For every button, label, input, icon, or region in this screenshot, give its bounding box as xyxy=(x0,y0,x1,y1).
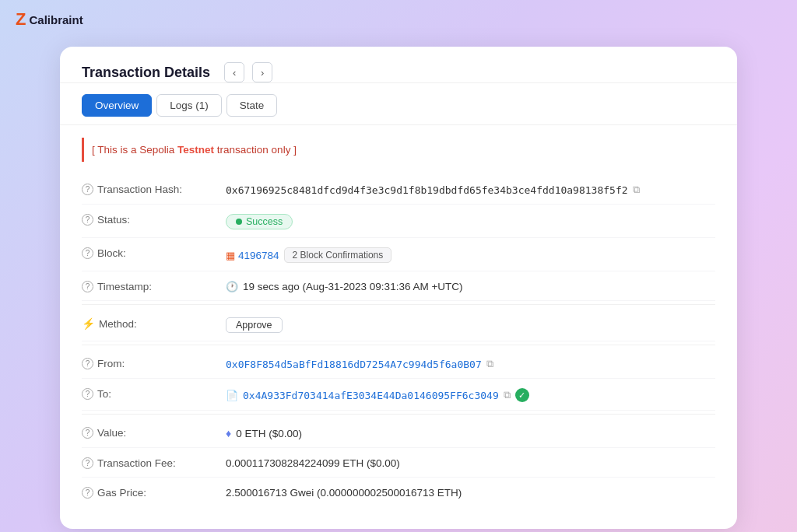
row-value: ? Value: ♦ 0 ETH ($0.00) xyxy=(82,418,715,448)
transaction-details-card: Transaction Details ‹ › Overview Logs (1… xyxy=(60,47,737,529)
row-transaction-fee: ? Transaction Fee: 0.000117308284224099 … xyxy=(82,448,715,478)
help-icon-from[interactable]: ? xyxy=(82,358,93,369)
label-value: ? Value: xyxy=(82,425,226,439)
success-dot-icon xyxy=(236,219,242,225)
row-to: ? To: 📄 0x4A933Fd703414afE3034E44Da01460… xyxy=(82,379,715,411)
value-to: 📄 0x4A933Fd703414afE3034E44Da0146095FF6c… xyxy=(226,387,715,402)
status-badge: Success xyxy=(226,214,293,229)
row-block: ? Block: ▦ 4196784 2 Block Confirmations xyxy=(82,238,715,271)
label-to: ? To: xyxy=(82,387,226,400)
tab-logs[interactable]: Logs (1) xyxy=(156,94,222,117)
help-icon-to[interactable]: ? xyxy=(82,388,93,400)
value-transaction-fee: 0.000117308284224099 ETH ($0.00) xyxy=(226,456,715,469)
tab-state[interactable]: State xyxy=(226,94,278,117)
row-status: ? Status: Success xyxy=(82,205,715,238)
tabs-bar: Overview Logs (1) State xyxy=(60,83,737,117)
label-status: ? Status: xyxy=(82,212,226,226)
value-timestamp: 🕐 19 secs ago (Aug-31-2023 09:31:36 AM +… xyxy=(226,279,715,292)
clock-icon: 🕐 xyxy=(226,281,238,292)
block-number-link[interactable]: ▦ 4196784 xyxy=(226,250,279,261)
label-method: ⚡ Method: xyxy=(82,316,226,330)
label-timestamp: ? Timestamp: xyxy=(82,279,226,292)
help-icon-value[interactable]: ? xyxy=(82,427,93,439)
copy-from-button[interactable]: ⧉ xyxy=(486,358,493,370)
label-block: ? Block: xyxy=(82,246,226,259)
eth-icon: ♦ xyxy=(226,427,231,439)
from-address-link[interactable]: 0x0F8F854d5aBfFd18816dD7254A7c994d5f6a0B… xyxy=(226,359,482,370)
row-gas-price: ? Gas Price: 2.500016713 Gwei (0.0000000… xyxy=(82,478,715,507)
logo-icon: Z xyxy=(16,9,26,30)
verified-icon: ✓ xyxy=(515,388,529,402)
tab-overview[interactable]: Overview xyxy=(82,94,152,117)
copy-to-button[interactable]: ⧉ xyxy=(504,389,511,401)
label-transaction-fee: ? Transaction Fee: xyxy=(82,456,226,469)
method-badge: Approve xyxy=(226,317,283,333)
value-eth: ♦ 0 ETH ($0.00) xyxy=(226,425,715,439)
value-method: Approve xyxy=(226,316,715,333)
label-from: ? From: xyxy=(82,356,226,369)
app-name: Calibraint xyxy=(29,13,83,26)
card-header: Transaction Details ‹ › xyxy=(60,47,737,83)
row-timestamp: ? Timestamp: 🕐 19 secs ago (Aug-31-2023 … xyxy=(82,271,715,301)
value-status: Success xyxy=(226,212,715,229)
nav-prev-button[interactable]: ‹ xyxy=(224,62,244,82)
block-icon: ▦ xyxy=(226,250,235,261)
copy-hash-button[interactable]: ⧉ xyxy=(633,184,640,196)
lightning-icon: ⚡ xyxy=(82,317,95,330)
confirmations-badge: 2 Block Confirmations xyxy=(284,247,392,263)
label-gas-price: ? Gas Price: xyxy=(82,485,226,499)
label-transaction-hash: ? Transaction Hash: xyxy=(82,182,226,195)
help-icon-status[interactable]: ? xyxy=(82,214,93,226)
row-from: ? From: 0x0F8F854d5aBfFd18816dD7254A7c99… xyxy=(82,348,715,379)
page-title: Transaction Details xyxy=(82,65,210,81)
help-icon-gas[interactable]: ? xyxy=(82,487,93,499)
logo: Z Calibraint xyxy=(16,9,83,30)
details-table: ? Transaction Hash: 0x67196925c8481dfcd9… xyxy=(60,168,737,507)
help-icon-hash[interactable]: ? xyxy=(82,184,93,195)
value-gas-price: 2.500016713 Gwei (0.000000002500016713 E… xyxy=(226,485,715,499)
alert-banner: [ This is a Sepolia Testnet transaction … xyxy=(82,138,715,162)
help-icon-timestamp[interactable]: ? xyxy=(82,281,93,292)
row-method: ⚡ Method: Approve xyxy=(82,308,715,341)
top-bar: Z Calibraint xyxy=(0,0,797,39)
value-from: 0x0F8F854d5aBfFd18816dD7254A7c994d5f6a0B… xyxy=(226,356,715,370)
help-icon-block[interactable]: ? xyxy=(82,247,93,259)
value-block: ▦ 4196784 2 Block Confirmations xyxy=(226,246,715,263)
help-icon-fee[interactable]: ? xyxy=(82,457,93,469)
to-address-link[interactable]: 0x4A933Fd703414afE3034E44Da0146095FF6c30… xyxy=(243,390,499,401)
contract-icon: 📄 xyxy=(226,390,238,401)
value-transaction-hash: 0x67196925c8481dfcd9d4f3e3c9d1f8b19dbdfd… xyxy=(226,182,715,196)
row-transaction-hash: ? Transaction Hash: 0x67196925c8481dfcd9… xyxy=(82,174,715,205)
nav-next-button[interactable]: › xyxy=(252,62,272,82)
